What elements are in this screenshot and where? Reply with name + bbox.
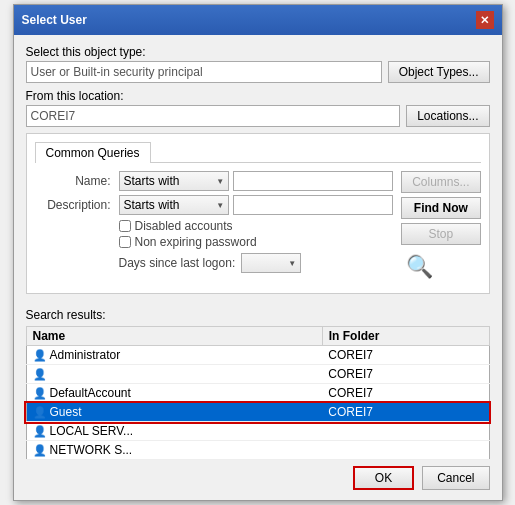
location-label: From this location: — [26, 89, 490, 103]
tab-header: Common Queries — [35, 142, 481, 163]
table-header-row: Name In Folder — [26, 327, 489, 346]
cell-folder: COREI7 — [322, 384, 489, 403]
locations-button[interactable]: Locations... — [406, 105, 489, 127]
description-dropdown-arrow: ▼ — [216, 201, 224, 210]
columns-button[interactable]: Columns... — [401, 171, 480, 193]
select-user-dialog: Select User ✕ Select this object type: O… — [13, 4, 503, 501]
find-now-button[interactable]: Find Now — [401, 197, 480, 219]
cell-folder: COREI7 — [322, 403, 489, 422]
query-area: Name: Starts with ▼ Description: Starts … — [35, 171, 481, 285]
cell-name: 👤NETWORK S... — [26, 441, 322, 460]
days-dropdown[interactable]: ▼ — [241, 253, 301, 273]
cell-folder: COREI7 — [322, 365, 489, 384]
cell-folder: COREI7 — [322, 346, 489, 365]
description-query-row: Description: Starts with ▼ — [35, 195, 394, 215]
non-expiring-row: Non expiring password — [119, 235, 394, 249]
stop-button[interactable]: Stop — [401, 223, 480, 245]
cell-folder — [322, 441, 489, 460]
table-row[interactable]: 👤GuestCOREI7 — [26, 403, 489, 422]
common-queries-panel: Common Queries Name: Starts with ▼ — [26, 133, 490, 294]
title-bar: Select User ✕ — [14, 5, 502, 35]
bottom-buttons: OK Cancel — [14, 460, 502, 500]
object-types-button[interactable]: Object Types... — [388, 61, 490, 83]
disabled-accounts-label: Disabled accounts — [135, 219, 233, 233]
description-query-label: Description: — [35, 198, 115, 212]
days-logon-label: Days since last logon: — [119, 256, 236, 270]
name-query-label: Name: — [35, 174, 115, 188]
days-dropdown-arrow: ▼ — [288, 259, 296, 268]
object-type-row: Object Types... — [26, 61, 490, 83]
name-dropdown-arrow: ▼ — [216, 177, 224, 186]
non-expiring-label: Non expiring password — [135, 235, 257, 249]
disabled-accounts-checkbox[interactable] — [119, 220, 131, 232]
table-row[interactable]: 👤COREI7 — [26, 365, 489, 384]
cell-name: 👤LOCAL SERV... — [26, 422, 322, 441]
search-results-section: Search results: Name In Folder 👤Administ… — [14, 304, 502, 460]
location-row: Locations... — [26, 105, 490, 127]
dialog-title: Select User — [22, 13, 87, 27]
tab-common-queries[interactable]: Common Queries — [35, 142, 151, 163]
name-input[interactable] — [233, 171, 393, 191]
right-buttons: Columns... Find Now Stop 🔍 — [401, 171, 480, 285]
object-type-section: Select this object type: Object Types... — [26, 45, 490, 83]
search-icon: 🔍 — [401, 249, 437, 285]
table-row[interactable]: 👤DefaultAccountCOREI7 — [26, 384, 489, 403]
table-row[interactable]: 👤AdministratorCOREI7 — [26, 346, 489, 365]
description-dropdown[interactable]: Starts with ▼ — [119, 195, 230, 215]
non-expiring-checkbox[interactable] — [119, 236, 131, 248]
table-row[interactable]: 👤LOCAL SERV... — [26, 422, 489, 441]
object-type-input[interactable] — [26, 61, 382, 83]
close-button[interactable]: ✕ — [476, 11, 494, 29]
query-left: Name: Starts with ▼ Description: Starts … — [35, 171, 394, 285]
search-results-label: Search results: — [26, 308, 490, 322]
dialog-body: Select this object type: Object Types...… — [14, 35, 502, 304]
cell-name: 👤Administrator — [26, 346, 322, 365]
column-folder: In Folder — [322, 327, 489, 346]
table-row[interactable]: 👤NETWORK S... — [26, 441, 489, 460]
results-table: Name In Folder 👤AdministratorCOREI7👤CORE… — [26, 326, 490, 460]
column-name: Name — [26, 327, 322, 346]
days-logon-row: Days since last logon: ▼ — [119, 253, 394, 273]
cell-name: 👤Guest — [26, 403, 322, 422]
cancel-button[interactable]: Cancel — [422, 466, 489, 490]
location-input[interactable] — [26, 105, 401, 127]
cell-name: 👤 — [26, 365, 322, 384]
ok-button[interactable]: OK — [353, 466, 414, 490]
cell-folder — [322, 422, 489, 441]
location-section: From this location: Locations... — [26, 89, 490, 127]
cell-name: 👤DefaultAccount — [26, 384, 322, 403]
name-dropdown[interactable]: Starts with ▼ — [119, 171, 230, 191]
object-type-label: Select this object type: — [26, 45, 490, 59]
disabled-accounts-row: Disabled accounts — [119, 219, 394, 233]
name-query-row: Name: Starts with ▼ — [35, 171, 394, 191]
results-tbody: 👤AdministratorCOREI7👤COREI7👤DefaultAccou… — [26, 346, 489, 460]
description-input[interactable] — [233, 195, 393, 215]
